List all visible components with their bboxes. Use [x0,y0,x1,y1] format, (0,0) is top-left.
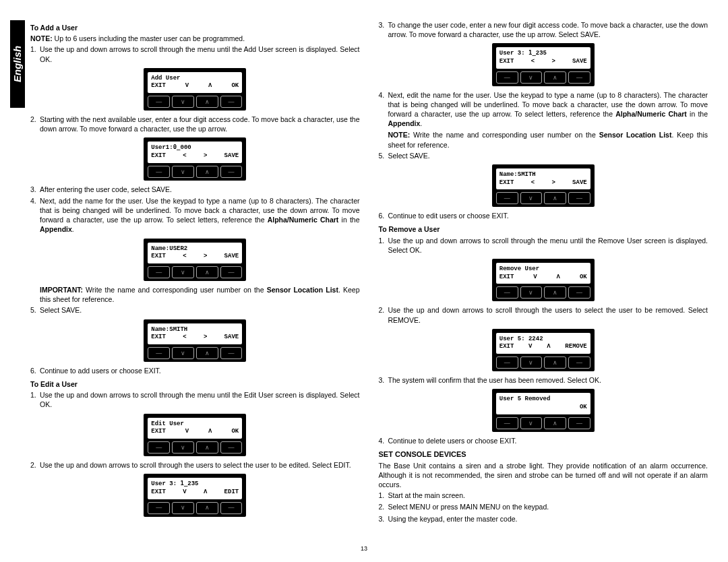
keypad-device: User 5: 2242 EXIT V Λ REMOVE — ∨ ∧ — [492,329,595,371]
hw-button: — [568,286,590,299]
hw-button: ∨ [172,266,194,278]
hw-button: — [568,192,590,204]
edit-user-list: 2.Use the up and down arrows to scroll t… [30,460,360,470]
hw-button: — [220,166,243,178]
softkey-label: SAVE [224,152,239,160]
button-row: — ∨ ∧ — [496,71,590,84]
list-item: 6.Continue to edit users or choose EXIT. [388,211,708,220]
softkey-label: EDIT [224,489,239,497]
hw-button: — [496,356,518,369]
step-text: After entering the user code, select SAV… [40,185,172,193]
button-row: — ∨ ∧ — [496,356,590,369]
keypad-device: Add User EXIT V Λ OK — ∨ ∧ — [144,68,246,111]
softkey-label: V [185,428,189,436]
remove-user-list: 4.Continue to delete users or choose EXI… [379,436,708,445]
device-figure: User 5: 2242 EXIT V Λ REMOVE — ∨ ∧ — [379,329,708,371]
hw-button: ∨ [172,502,194,514]
list-item: 1.Start at the main screen. [388,491,708,500]
edit-user-list-cont: 5.Select SAVE. [379,151,708,160]
add-user-heading: To Add a User [30,23,360,32]
edit-note: NOTE: Write the name and corresponding u… [379,130,708,149]
softkey-label: EXIT [151,334,166,342]
note-text: Write the name and corresponding user nu… [83,286,267,294]
keypad-device: User 3: 1̲235 EXIT V Λ EDIT — ∨ ∧ — [144,474,246,516]
remove-user-list: 1.Use the up and down arrows to scroll t… [379,236,708,255]
left-column: To Add a User NOTE: Up to 6 users includ… [30,20,360,526]
device-figure: User1:0̲000 EXIT < > SAVE — ∨ ∧ — [30,137,360,180]
lcd-screen: Name:USER2 EXIT < > SAVE [148,243,242,263]
note-label: NOTE: [388,131,411,139]
bold-text: Appendix [388,119,421,127]
button-row: — ∨ ∧ — [148,266,242,278]
lcd-screen: Add User EXIT V Λ OK [148,72,242,93]
console-paragraph: The Base Unit contains a siren and a str… [379,461,708,490]
hw-button: — [148,441,170,454]
edit-user-list-cont: 3.To change the user code, enter a new f… [379,20,708,39]
list-item: 3.After entering the user code, select S… [40,185,360,194]
softkey-label: EXIT [151,428,166,436]
hw-button: — [568,71,590,84]
softkey-label: EXIT [499,343,514,351]
hw-button: — [496,286,518,299]
lcd-screen: User 5: 2242 EXIT V Λ REMOVE [496,333,590,354]
device-figure: Name:SMITH EXIT < > SAVE — ∨ ∧ — [30,319,360,362]
softkey-label: V [183,489,186,497]
step-text: Select SAVE. [40,306,82,314]
hw-button: ∧ [196,266,218,278]
step-text: . [420,119,422,127]
step-text: To change the user code, enter a new fou… [388,21,708,38]
softkey-label: OK [580,404,587,412]
step-text: Using the keypad, enter the master code. [388,515,518,523]
bold-text: Alpha/Numeric Chart [268,216,339,224]
softkey-label: EXIT [499,179,514,187]
add-user-list: 5.Select SAVE. [30,305,360,315]
softkey-label: Λ [547,343,550,351]
hw-button: ∧ [196,96,218,108]
screen-line: User 5 Removed [499,396,587,404]
screen-softkeys: EXIT V Λ OK [151,82,239,90]
hw-button: ∨ [172,96,194,108]
screen-line: Name:SMITH [499,171,587,179]
bold-text: Appendix [40,225,72,233]
remove-user-list: 3.The system will confirm that the user … [379,375,708,385]
list-item: 1.Use the up and down arrows to scroll t… [388,236,708,255]
add-user-list: 1.Use the up and down arrows to scroll t… [30,44,360,63]
button-row: — ∨ ∧ — [496,417,590,429]
screen-softkeys: EXIT < > SAVE [151,152,239,160]
softkey-label: EXIT [499,58,514,66]
step-text: Start at the main screen. [388,491,465,499]
softkey-label: SAVE [224,334,239,342]
list-item: 2.Starting with the next available user,… [40,115,360,133]
hw-button: — [148,347,170,359]
hw-button: ∧ [544,71,566,84]
hw-button: — [148,502,170,514]
hw-button: ∨ [172,166,194,178]
step-text: Starting with the next available user, e… [40,115,360,133]
hw-button: ∨ [172,347,194,359]
edit-user-list-cont: 6.Continue to edit users or choose EXIT. [379,211,708,220]
softkey-label: < [531,58,535,66]
step-text: . [72,225,74,233]
lcd-screen: User 3: 1̲235 EXIT < > SAVE [496,47,590,68]
softkey-label: REMOVE [565,343,586,351]
step-text: Use the up and down arrows to scroll thr… [40,461,351,469]
hw-button: ∨ [520,356,543,369]
softkey-label: OK [580,274,587,282]
softkey-label: < [183,253,186,261]
hw-button: ∨ [172,441,194,454]
softkey-label: > [551,179,555,187]
screen-softkeys: EXIT < > SAVE [499,58,587,66]
softkey-label: Λ [204,489,207,497]
hw-button: — [148,96,170,108]
list-item: 1.Use the up and down arrows to scroll t… [40,390,360,409]
screen-line: User1:0̲000 [151,144,239,152]
lcd-screen: User1:0̲000 EXIT < > SAVE [148,142,242,162]
bold-text: Sensor Location List [267,286,338,294]
list-item: 3.To change the user code, enter a new f… [388,20,708,39]
note-label: NOTE: [30,34,53,42]
screen-softkeys: EXIT V Λ OK [151,428,239,436]
screen-line: User 3: 1̲235 [151,480,239,489]
device-figure: User 5 Removed OK — ∨ ∧ — [379,389,708,431]
list-item: 2.Use the up and down arrows to scroll t… [388,305,708,324]
hw-button: — [568,417,590,429]
